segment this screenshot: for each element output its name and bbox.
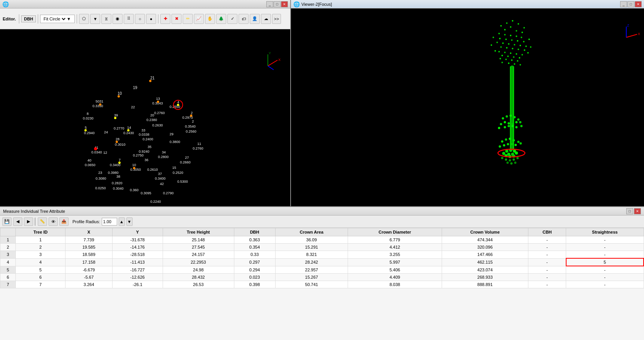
dots-btn[interactable]: ⠿ bbox=[124, 14, 134, 24]
cross-btn[interactable]: ✖ bbox=[172, 14, 182, 24]
table-cell[interactable]: - bbox=[566, 251, 644, 259]
table-cell[interactable]: 0.294 bbox=[234, 266, 275, 274]
table-cell[interactable]: 5 bbox=[16, 266, 66, 274]
next-btn[interactable]: ▶ bbox=[24, 217, 33, 226]
minimize-right-button[interactable]: _ bbox=[620, 1, 627, 7]
table-cell[interactable]: 28.242 bbox=[275, 258, 348, 266]
table-cell[interactable]: -6.679 bbox=[66, 266, 113, 274]
table-cell[interactable]: 15.291 bbox=[275, 244, 348, 251]
table-cell[interactable]: -31.678 bbox=[112, 236, 163, 244]
tree-btn[interactable]: 🌲 bbox=[216, 14, 226, 24]
table-cell[interactable]: 24.157 bbox=[163, 251, 234, 259]
save-btn[interactable]: 💾 bbox=[2, 217, 12, 226]
data-table-wrapper[interactable]: Tree ID X Y Tree Height DBH Crown Area C… bbox=[0, 228, 644, 340]
table-cell[interactable]: 0.297 bbox=[234, 258, 275, 266]
table-cell[interactable]: 474.344 bbox=[442, 236, 528, 244]
fit-circle-select[interactable]: Fit Circle Manual Auto bbox=[42, 16, 67, 22]
table-cell[interactable]: 28.432 bbox=[163, 274, 234, 281]
row-number-cell[interactable]: 2 bbox=[0, 244, 16, 251]
prev-btn[interactable]: ◀ bbox=[13, 217, 22, 226]
table-cell[interactable]: 26.53 bbox=[163, 281, 234, 288]
tag-btn[interactable]: 🏷 bbox=[239, 14, 249, 24]
table-cell[interactable]: 0.398 bbox=[234, 281, 275, 288]
table-cell[interactable]: -11.413 bbox=[112, 258, 163, 266]
table-cell[interactable]: - bbox=[528, 258, 566, 266]
filter-btn[interactable]: ⧖ bbox=[101, 14, 111, 24]
maximize-right-button[interactable]: □ bbox=[627, 1, 634, 7]
table-cell[interactable]: - bbox=[528, 244, 566, 251]
plus-btn[interactable]: ✚ bbox=[160, 14, 170, 24]
minimize-button[interactable]: _ bbox=[266, 1, 273, 7]
table-cell[interactable]: 17.158 bbox=[66, 258, 113, 266]
table-cell[interactable]: 4.412 bbox=[348, 244, 442, 251]
table-cell[interactable]: -14.176 bbox=[112, 244, 163, 251]
table-cell[interactable]: 2 bbox=[16, 244, 66, 251]
view-btn[interactable]: 👁 bbox=[49, 217, 58, 226]
polygon-btn[interactable]: ⬠ bbox=[79, 14, 89, 24]
more-toolbar-btn[interactable]: >> bbox=[272, 14, 281, 24]
table-cell[interactable]: 423.074 bbox=[442, 266, 528, 274]
table-cell[interactable]: 27.545 bbox=[163, 244, 234, 251]
table-cell[interactable]: - bbox=[566, 244, 644, 251]
table-cell[interactable]: 4.409 bbox=[348, 274, 442, 281]
table-cell[interactable]: - bbox=[566, 266, 644, 274]
profile-radius-down-btn[interactable]: ▼ bbox=[126, 217, 133, 226]
bottom-close-button[interactable]: ✕ bbox=[634, 208, 641, 214]
table-cell[interactable]: - bbox=[566, 236, 644, 244]
table-cell[interactable]: - bbox=[566, 274, 644, 281]
arrow-down-btn[interactable]: ▼ bbox=[90, 14, 100, 24]
table-cell[interactable]: 22.2953 bbox=[163, 258, 234, 266]
maximize-button[interactable]: □ bbox=[274, 1, 281, 7]
table-cell[interactable]: -16.727 bbox=[112, 266, 163, 274]
hand-btn[interactable]: ✋ bbox=[205, 14, 215, 24]
table-cell[interactable]: 4 bbox=[16, 258, 66, 266]
viewer-left-canvas[interactable]: 21 19 10 5031 0.3350 13 0.3043 bbox=[0, 29, 290, 206]
export-btn[interactable]: 📤 bbox=[59, 217, 69, 226]
viewer-right-canvas[interactable]: X Z bbox=[291, 8, 644, 206]
table-cell[interactable]: 0.33 bbox=[234, 251, 275, 259]
close-button[interactable]: ✕ bbox=[281, 1, 288, 7]
table-cell[interactable]: 1 bbox=[16, 236, 66, 244]
table-cell[interactable]: 25.148 bbox=[163, 236, 234, 244]
table-cell[interactable]: 7 bbox=[16, 281, 66, 288]
row-number-cell[interactable]: 7 bbox=[0, 281, 16, 288]
table-cell[interactable]: 0.363 bbox=[234, 236, 275, 244]
bottom-expand-button[interactable]: □ bbox=[626, 208, 633, 214]
table-cell[interactable]: -12.626 bbox=[112, 274, 163, 281]
circle-full-btn[interactable]: ● bbox=[146, 14, 156, 24]
row-number-cell[interactable]: 4 bbox=[0, 258, 16, 266]
table-cell[interactable]: 0.023 bbox=[234, 274, 275, 281]
table-cell[interactable]: - bbox=[528, 251, 566, 259]
table-cell[interactable]: 0.354 bbox=[234, 244, 275, 251]
table-cell[interactable]: - bbox=[528, 274, 566, 281]
fit-circle-dropdown[interactable]: Fit Circle Manual Auto ▼ bbox=[40, 15, 75, 23]
table-cell[interactable]: 19.585 bbox=[66, 244, 113, 251]
close-right-button[interactable]: ✕ bbox=[635, 1, 642, 7]
table-cell[interactable]: 3.255 bbox=[348, 251, 442, 259]
table-cell[interactable]: 3 bbox=[16, 251, 66, 259]
check-btn[interactable]: ✓ bbox=[227, 14, 237, 24]
table-cell[interactable]: 50.741 bbox=[275, 281, 348, 288]
table-cell[interactable]: 888.891 bbox=[442, 281, 528, 288]
table-cell[interactable]: 147.466 bbox=[442, 251, 528, 259]
table-cell[interactable]: 24.98 bbox=[163, 266, 234, 274]
target-btn[interactable]: ◉ bbox=[113, 14, 123, 24]
table-cell[interactable]: 18.589 bbox=[66, 251, 113, 259]
table-cell[interactable]: 6 bbox=[16, 274, 66, 281]
table-cell[interactable]: 15.267 bbox=[275, 274, 348, 281]
table-cell[interactable]: -26.1 bbox=[112, 281, 163, 288]
row-number-cell[interactable]: 3 bbox=[0, 251, 16, 259]
table-cell[interactable]: - bbox=[566, 281, 644, 288]
table-cell[interactable]: 7.739 bbox=[66, 236, 113, 244]
table-cell[interactable]: 268.933 bbox=[442, 274, 528, 281]
table-cell[interactable]: 6.779 bbox=[348, 236, 442, 244]
table-cell[interactable]: 5.997 bbox=[348, 258, 442, 266]
table-cell[interactable]: - bbox=[528, 281, 566, 288]
table-cell[interactable]: - bbox=[528, 236, 566, 244]
row-number-cell[interactable]: 5 bbox=[0, 266, 16, 274]
profile-radius-input[interactable] bbox=[102, 218, 117, 226]
row-number-cell[interactable]: 1 bbox=[0, 236, 16, 244]
cloud-btn[interactable]: ☁ bbox=[261, 14, 271, 24]
circle-empty-btn[interactable]: ○ bbox=[135, 14, 145, 24]
table-cell[interactable]: -28.518 bbox=[112, 251, 163, 259]
